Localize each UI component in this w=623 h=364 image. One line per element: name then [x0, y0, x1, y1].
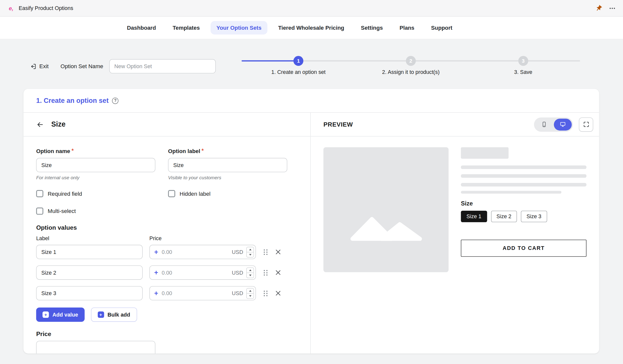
drag-handle-icon[interactable]	[262, 289, 269, 297]
required-marker: *	[202, 148, 204, 154]
add-to-cart-button[interactable]: ADD TO CART	[461, 240, 586, 257]
drag-handle-icon[interactable]	[262, 248, 269, 256]
preview-option-buttons: Size 1 Size 2 Size 3	[461, 211, 586, 222]
option-name-label: Option name	[36, 148, 70, 154]
skeleton-line	[461, 183, 586, 186]
exit-button[interactable]: Exit	[30, 63, 48, 70]
price-value: 0.00	[162, 249, 232, 255]
option-value-label-input[interactable]	[36, 245, 143, 259]
delete-value-button[interactable]	[274, 268, 282, 277]
required-field-checkbox[interactable]	[36, 190, 44, 197]
price-value: 0.00	[162, 270, 232, 276]
nav-item-support[interactable]: Support	[425, 21, 458, 34]
plus-square-icon: +	[42, 312, 49, 318]
price-stepper	[246, 288, 254, 299]
option-set-name-input[interactable]	[109, 59, 216, 73]
plus-square-icon: +	[98, 312, 104, 318]
multi-select-checkbox[interactable]	[36, 207, 44, 215]
help-icon[interactable]: ?	[112, 97, 118, 104]
plus-icon: +	[154, 290, 158, 297]
bulk-add-button[interactable]: + Bulk add	[91, 308, 137, 322]
exit-label: Exit	[39, 63, 48, 69]
nav-item-dashboard[interactable]: Dashboard	[121, 21, 162, 34]
checkbox-row-2: Multi-select	[36, 207, 298, 215]
step-circle-3[interactable]: 3	[518, 56, 528, 66]
option-name-field: Option name* For internal use only	[36, 148, 156, 181]
delete-value-button[interactable]	[274, 248, 282, 256]
price-input[interactable]: + 0.00 USD	[150, 286, 256, 300]
device-toggle	[534, 117, 573, 132]
mobile-icon	[541, 121, 547, 128]
option-value-row: + 0.00 USD	[36, 245, 298, 259]
hidden-label-checkbox-label: Hidden label	[180, 190, 210, 197]
price-stepper-up[interactable]	[247, 268, 254, 273]
preview-option-size-1[interactable]: Size 1	[461, 211, 487, 222]
desktop-icon	[560, 121, 566, 127]
required-field-checkbox-label: Required field	[48, 190, 82, 197]
option-name-input[interactable]	[36, 158, 156, 172]
topbar-right	[595, 4, 616, 12]
option-label-helper: Visible to your customers	[168, 175, 287, 181]
pin-icon[interactable]	[595, 4, 602, 12]
step-label-2: 2. Assign it to product(s)	[382, 69, 440, 75]
multi-select-checkbox-item[interactable]: Multi-select	[36, 207, 76, 215]
hidden-label-checkbox[interactable]	[168, 190, 175, 197]
required-field-checkbox-item[interactable]: Required field	[36, 190, 168, 197]
column-headers: Label Price	[36, 235, 298, 241]
option-set-card: 1. Create an option set ? Size	[24, 89, 599, 354]
preview-option-size-3[interactable]: Size 3	[521, 211, 547, 222]
step-label-1: 1. Create an option set	[271, 69, 326, 75]
price-stepper-up[interactable]	[247, 288, 254, 294]
price-stepper-down[interactable]	[247, 273, 254, 278]
price-section-title: Price	[36, 331, 298, 338]
mobile-view-button[interactable]	[535, 118, 553, 130]
skeleton-line-short	[461, 191, 562, 193]
delete-value-button[interactable]	[274, 289, 282, 298]
nav-item-settings[interactable]: Settings	[355, 21, 389, 34]
option-value-label-input[interactable]	[36, 286, 143, 300]
plus-icon: +	[154, 269, 158, 276]
price-input[interactable]: + 0.00 USD	[150, 265, 256, 280]
price-stepper-down[interactable]	[247, 293, 254, 298]
back-button[interactable]	[36, 120, 44, 128]
skeleton-line	[461, 174, 586, 178]
card-title: 1. Create an option set	[36, 97, 109, 105]
preview-body: Size Size 1 Size 2 Size 3 ADD TO CART	[311, 137, 599, 272]
fullscreen-button[interactable]	[579, 117, 593, 132]
price-stepper-down[interactable]	[247, 252, 254, 257]
nav-group: Dashboard Templates Your Option Sets Tie…	[121, 21, 458, 34]
nav-item-your-option-sets[interactable]: Your Option Sets	[210, 21, 268, 34]
step-circle-1[interactable]: 1	[294, 56, 304, 66]
app-logo: e,	[7, 4, 15, 12]
nav-item-plans[interactable]: Plans	[394, 21, 420, 34]
option-label-input[interactable]	[168, 158, 287, 172]
screen: e, Easify Product Options Dashboard Temp…	[0, 0, 623, 364]
stepper-track-fill	[242, 60, 298, 62]
preview-panel: PREVIEW	[311, 113, 599, 354]
drag-handle-icon[interactable]	[262, 268, 269, 277]
topbar-left: e, Easify Product Options	[7, 4, 73, 12]
product-image-placeholder	[324, 147, 449, 272]
skeleton-title-block	[461, 147, 509, 159]
option-value-row: + 0.00 USD	[36, 286, 298, 300]
add-value-button[interactable]: + Add value	[36, 308, 84, 322]
price-stepper-up[interactable]	[247, 247, 254, 252]
app-title: Easify Product Options	[19, 5, 73, 11]
nav-item-templates[interactable]: Templates	[167, 21, 206, 34]
step-circle-2[interactable]: 2	[406, 56, 416, 66]
option-value-label-input[interactable]	[36, 265, 143, 280]
price-section-input-partial[interactable]	[36, 341, 156, 354]
price-input[interactable]: + 0.00 USD	[150, 245, 256, 259]
nav-item-tiered-wholesale-pricing[interactable]: Tiered Wholesale Pricing	[272, 21, 350, 34]
option-set-name-label: Option Set Name	[60, 63, 103, 69]
more-menu-icon[interactable]	[609, 4, 616, 12]
currency-label: USD	[232, 290, 243, 296]
preview-title: PREVIEW	[324, 121, 534, 128]
step-label-3: 3. Save	[514, 69, 532, 75]
price-value: 0.00	[162, 290, 232, 296]
hidden-label-checkbox-item[interactable]: Hidden label	[168, 190, 210, 197]
desktop-view-button[interactable]	[554, 118, 572, 130]
price-stepper	[246, 247, 254, 257]
preview-option-size-2[interactable]: Size 2	[491, 211, 517, 222]
preview-option-label: Size	[461, 200, 586, 207]
